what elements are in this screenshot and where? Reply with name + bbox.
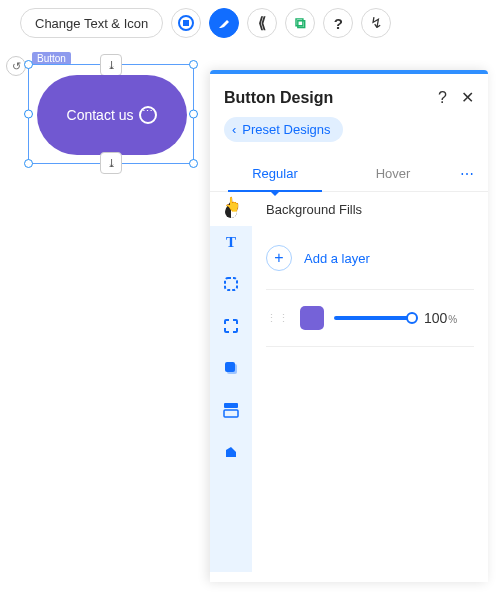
help-button[interactable]: ?	[323, 8, 353, 38]
tab-regular[interactable]: Regular	[216, 156, 334, 191]
svg-rect-2	[225, 278, 237, 290]
svg-rect-6	[224, 410, 238, 417]
state-tabs: Regular Hover ⋯	[210, 156, 488, 192]
category-sidebar: 👆 T	[210, 218, 252, 572]
sidebar-shape-button[interactable]	[221, 442, 241, 462]
panel-close-button[interactable]: ✕	[461, 88, 474, 107]
chat-icon	[139, 106, 157, 124]
layout-icon	[178, 15, 194, 31]
color-swatch[interactable]	[300, 306, 324, 330]
panel-header: Button Design ? ✕	[210, 74, 488, 117]
shape-icon	[223, 444, 239, 460]
resize-handle-mr[interactable]	[189, 110, 198, 119]
preset-designs-label: Preset Designs	[242, 122, 330, 137]
download-top-button[interactable]: ⤓	[100, 54, 122, 76]
download-icon: ⤓	[107, 59, 116, 72]
padding-icon	[223, 402, 239, 418]
resize-handle-bl[interactable]	[24, 159, 33, 168]
preset-designs-button[interactable]: ‹ Preset Designs	[224, 117, 343, 142]
link-icon: ⧉	[295, 14, 306, 32]
design-button[interactable]	[209, 8, 239, 38]
link-button[interactable]: ⧉	[285, 8, 315, 38]
add-layer-label: Add a layer	[304, 251, 370, 266]
add-layer-button[interactable]: + Add a layer	[266, 237, 474, 290]
chevron-left-icon: ‹	[232, 122, 236, 137]
selection-box[interactable]: ⤓ Contact us ⤓	[28, 64, 194, 164]
resize-handle-ml[interactable]	[24, 110, 33, 119]
floating-toolbar: Change Text & Icon ⟪ ⧉ ? ↯	[20, 8, 391, 38]
svg-rect-5	[224, 403, 238, 408]
fill-layer-row: ⋮⋮ 100%	[266, 290, 474, 347]
svg-rect-4	[225, 362, 235, 372]
resize-handle-tr[interactable]	[189, 60, 198, 69]
contact-button-element[interactable]: Contact us	[37, 75, 187, 155]
download-bottom-button[interactable]: ⤓	[100, 152, 122, 174]
slider-thumb[interactable]	[406, 312, 418, 324]
download-icon: ⤓	[107, 157, 116, 170]
plus-icon: +	[266, 245, 292, 271]
cursor-icon: 👆	[224, 196, 241, 212]
corners-icon	[223, 318, 239, 334]
tab-hover[interactable]: Hover	[334, 156, 452, 191]
tab-more-button[interactable]: ⋯	[452, 166, 482, 182]
undo-button[interactable]: ↺	[6, 56, 26, 76]
undo-icon: ↺	[12, 60, 21, 73]
contact-button-label: Contact us	[67, 107, 134, 123]
stretch-button[interactable]: ↯	[361, 8, 391, 38]
opacity-value: 100%	[424, 310, 457, 326]
text-icon: T	[226, 234, 236, 251]
resize-handle-tl[interactable]	[24, 60, 33, 69]
stretch-icon: ↯	[370, 14, 383, 32]
sidebar-text-button[interactable]: T	[221, 232, 241, 252]
design-panel: Button Design ? ✕ ‹ Preset Designs Regul…	[210, 70, 488, 582]
panel-title: Button Design	[224, 89, 333, 107]
sidebar-corners-button[interactable]	[221, 316, 241, 336]
animation-button[interactable]: ⟪	[247, 8, 277, 38]
opacity-slider[interactable]	[334, 316, 414, 320]
svg-rect-1	[183, 20, 189, 26]
panel-help-button[interactable]: ?	[438, 89, 447, 107]
sidebar-border-button[interactable]	[221, 274, 241, 294]
sidebar-padding-button[interactable]	[221, 400, 241, 420]
layout-button[interactable]	[171, 8, 201, 38]
paintbrush-icon	[216, 15, 232, 31]
sidebar-shadow-button[interactable]	[221, 358, 241, 378]
section-title: Background Fills	[266, 200, 474, 217]
resize-handle-br[interactable]	[189, 159, 198, 168]
drag-handle[interactable]: ⋮⋮	[266, 316, 290, 321]
border-dashed-icon	[223, 276, 239, 292]
change-text-icon-button[interactable]: Change Text & Icon	[20, 8, 163, 38]
panel-content: Background Fills + Add a layer ⋮⋮ 100%	[252, 192, 488, 572]
question-icon: ?	[334, 15, 343, 32]
animation-icon: ⟪	[258, 14, 266, 32]
shadow-icon	[223, 360, 239, 376]
